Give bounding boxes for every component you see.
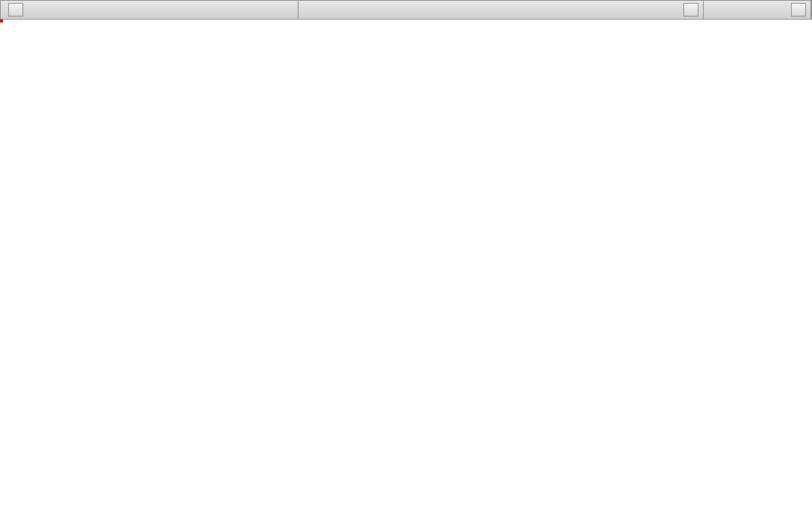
column-menu-button[interactable] [8,3,23,17]
column-menu-button[interactable] [791,3,806,17]
column-header-sample-time[interactable] [1,1,298,19]
column-menu-button[interactable] [683,3,698,17]
column-header-event[interactable] [298,1,704,19]
highlight-box [0,20,3,23]
column-header-count[interactable] [704,1,811,19]
grid-header [1,1,811,20]
results-grid [0,0,812,20]
